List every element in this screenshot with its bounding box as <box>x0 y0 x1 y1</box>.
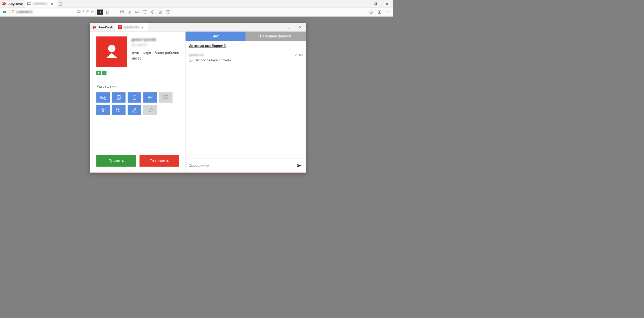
svg-rect-25 <box>136 12 138 13</box>
svg-rect-45 <box>100 96 104 98</box>
dialog-maximize-button[interactable] <box>284 23 295 32</box>
connection-request-dialog: AnyDesk specify-mix ✕ — ✕ <box>90 23 306 173</box>
dialog-brand-name: AnyDesk <box>99 25 113 29</box>
chat-message: specify-mix 23:58 Запрос сеанса получен <box>189 53 303 62</box>
database-icon[interactable] <box>86 10 89 14</box>
svg-rect-33 <box>168 13 169 13</box>
brand-name: AnyDesk <box>8 2 23 6</box>
tab-chat[interactable]: Чат <box>185 32 246 41</box>
svg-rect-20 <box>135 11 139 13</box>
permissions-title: Разрешения <box>96 84 179 89</box>
maximize-button[interactable] <box>370 0 381 8</box>
address-text: 1J4IH4571 <box>16 10 33 14</box>
svg-point-49 <box>103 96 103 97</box>
anydesk-logo-icon <box>92 26 97 29</box>
message-input[interactable] <box>189 164 296 168</box>
perm-draw[interactable] <box>128 105 141 115</box>
dialog-minimize-button[interactable]: — <box>272 23 284 32</box>
exit-icon[interactable] <box>105 9 111 15</box>
dialog-window-controls: — ✕ <box>272 23 306 32</box>
svg-point-13 <box>87 10 89 11</box>
chat-area: История сообщений specify-mix 23:58 Запр… <box>185 41 306 158</box>
perm-lock[interactable] <box>96 105 110 115</box>
requester-id: 2H 1MH D <box>131 43 179 47</box>
monitor-icon <box>27 2 31 5</box>
main-window: AnyDesk 1J4IH4511 ✕ — ✕ 1J4 <box>0 0 393 194</box>
svg-point-22 <box>137 12 137 12</box>
perm-vpn[interactable] <box>159 92 173 102</box>
chat-icon[interactable] <box>119 9 125 15</box>
dialog-tab[interactable]: specify-mix ✕ <box>115 23 148 32</box>
svg-rect-8 <box>375 3 377 4</box>
perm-audio[interactable] <box>143 92 157 102</box>
svg-point-62 <box>118 109 119 110</box>
svg-rect-2 <box>27 2 31 5</box>
svg-point-24 <box>138 12 139 12</box>
perm-record[interactable] <box>112 105 126 115</box>
secure-icon <box>102 71 106 75</box>
svg-rect-7 <box>375 3 376 5</box>
requester-block: green lyurski 2H 1MH D хочет видеть Ваше… <box>96 36 179 67</box>
compose-row <box>185 158 306 173</box>
keyboard-icon[interactable] <box>134 9 140 15</box>
svg-point-44 <box>108 45 115 52</box>
session-tab-label: 1J4IH4511 <box>33 2 48 6</box>
requester-name: green lyurski <box>131 37 179 42</box>
tab-file-transfer[interactable]: Передача файлов <box>246 32 306 41</box>
svg-rect-43 <box>288 26 290 28</box>
perm-file-transfer[interactable] <box>128 92 141 102</box>
minimize-button[interactable]: — <box>359 0 370 8</box>
svg-rect-9 <box>3 11 6 13</box>
send-button[interactable] <box>296 162 303 169</box>
download-icon[interactable] <box>377 9 382 15</box>
add-tab-button[interactable] <box>57 0 64 8</box>
svg-rect-67 <box>149 111 151 112</box>
dialog-tab-close-icon[interactable]: ✕ <box>140 25 145 29</box>
display-icon[interactable] <box>142 9 148 15</box>
svg-marker-19 <box>129 11 131 14</box>
svg-line-12 <box>78 11 80 13</box>
message-sender: specify-mix <box>189 53 204 57</box>
permissions-grid <box>96 92 182 115</box>
svg-rect-59 <box>102 109 104 110</box>
svg-marker-69 <box>297 164 302 167</box>
dialog-tab-label: specify-mix <box>124 25 139 29</box>
perm-clipboard[interactable] <box>112 92 126 102</box>
record-icon[interactable] <box>165 9 171 15</box>
accept-button[interactable]: Принять <box>96 155 136 167</box>
svg-rect-10 <box>12 10 14 13</box>
shield-icon[interactable] <box>150 9 155 15</box>
perm-keyboard-mouse[interactable] <box>96 92 110 102</box>
svg-point-48 <box>102 96 102 97</box>
hamburger-menu-icon[interactable] <box>385 9 391 15</box>
reject-button[interactable]: Отклонить <box>139 155 179 167</box>
perm-privacy[interactable] <box>143 105 157 115</box>
svg-rect-57 <box>165 99 166 99</box>
dialog-close-button[interactable]: ✕ <box>295 23 306 32</box>
history-icon[interactable] <box>368 9 374 15</box>
session-tab[interactable]: 1J4IH4511 ✕ <box>25 0 57 8</box>
svg-point-21 <box>136 12 136 12</box>
connection-status-icon[interactable] <box>2 9 8 15</box>
pen-icon[interactable] <box>157 9 163 15</box>
lightning-icon[interactable] <box>127 9 133 15</box>
hourglass2-icon[interactable] <box>82 10 85 14</box>
session-count-badge[interactable]: 1 <box>97 10 103 15</box>
svg-rect-51 <box>117 95 120 99</box>
window-controls: — ✕ <box>359 0 393 8</box>
address-bar[interactable]: 1J4IH4571 <box>10 9 96 15</box>
message-text: Запрос сеанса получен <box>195 58 231 62</box>
close-tab-icon[interactable]: ✕ <box>49 2 54 6</box>
anydesk-logo-icon <box>2 2 7 5</box>
dialog-brand: AnyDesk <box>90 23 115 32</box>
star-icon[interactable] <box>91 10 94 14</box>
monitor-disabled-icon[interactable] <box>77 10 80 14</box>
svg-marker-14 <box>91 10 94 13</box>
requester-avatar-icon <box>96 36 127 67</box>
close-window-button[interactable]: ✕ <box>381 0 393 8</box>
chat-panel: Чат Передача файлов История сообщений sp… <box>185 32 306 173</box>
svg-rect-26 <box>143 11 147 13</box>
dialog-body: green lyurski 2H 1MH D хочет видеть Ваше… <box>90 32 306 173</box>
svg-rect-52 <box>118 95 119 96</box>
svg-rect-27 <box>144 13 145 13</box>
